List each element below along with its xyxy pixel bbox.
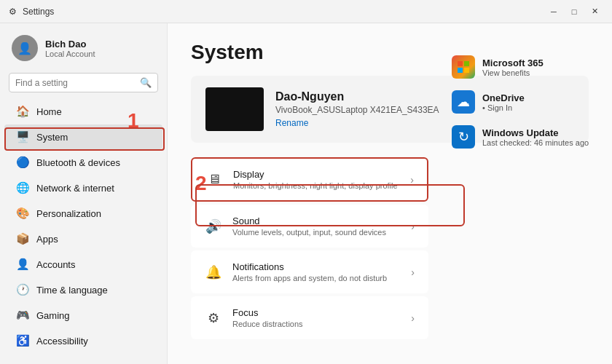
sound-desc: Volume levels, output, input, sound devi… xyxy=(232,228,401,237)
home-icon: 🏠 xyxy=(16,105,29,118)
onedrive-title: OneDrive xyxy=(482,92,525,103)
ms365-title: Microsoft 365 xyxy=(482,58,544,68)
focus-chevron: › xyxy=(411,312,415,324)
sound-icon: 🔊 xyxy=(205,218,222,235)
system-icon: 🖥️ xyxy=(16,130,29,143)
user-profile[interactable]: 👤 Bich Dao Local Account xyxy=(0,23,167,70)
winupdate-sub: Last checked: 46 minutes ago xyxy=(482,138,589,147)
main-content: System Dao-Nguyen VivoBook_ASUSLaptop X4… xyxy=(168,23,612,364)
step-1-label: 1 xyxy=(128,109,139,132)
winupdate-text: Windows Update Last checked: 46 minutes … xyxy=(482,127,589,147)
quick-link-ms365[interactable]: Microsoft 365 View benefits xyxy=(449,50,595,84)
svg-rect-3 xyxy=(464,68,469,73)
onedrive-sub: • Sign In xyxy=(482,103,525,112)
accounts-icon: 👤 xyxy=(16,258,29,271)
device-info: Dao-Nguyen VivoBook_ASUSLaptop X421EA_S4… xyxy=(275,90,439,129)
sidebar-item-accessibility[interactable]: ♿ Accessibility xyxy=(4,328,162,353)
focus-desc: Reduce distractions xyxy=(232,320,401,328)
notifications-item-text: Notifications Alerts from apps and syste… xyxy=(232,261,401,282)
device-thumbnail xyxy=(205,87,264,131)
ms365-text: Microsoft 365 View benefits xyxy=(482,58,544,77)
sidebar-item-network[interactable]: 🌐 Network & internet xyxy=(4,175,162,200)
bluetooth-icon: 🔵 xyxy=(16,156,29,169)
sound-title: Sound xyxy=(232,215,401,226)
network-icon: 🌐 xyxy=(16,181,29,194)
apps-icon: 📦 xyxy=(16,232,29,245)
time-icon: 🕐 xyxy=(16,283,29,296)
personalization-icon: 🎨 xyxy=(16,207,29,220)
gaming-icon: 🎮 xyxy=(16,309,29,322)
focus-title: Focus xyxy=(232,307,401,318)
search-icon: 🔍 xyxy=(140,77,152,88)
sidebar-item-bluetooth[interactable]: 🔵 Bluetooth & devices xyxy=(4,150,162,175)
display-chevron: › xyxy=(410,174,414,186)
display-desc: Monitors, brightness, night light, displ… xyxy=(233,181,400,190)
settings-icon: ⚙ xyxy=(9,7,17,17)
onedrive-text: OneDrive • Sign In xyxy=(482,92,525,112)
device-name: Dao-Nguyen xyxy=(275,90,439,103)
sidebar-item-personalization[interactable]: 🎨 Personalization xyxy=(4,201,162,226)
sidebar-nav: 🏠 Home 🖥️ System 🔵 Bluetooth & devices 🌐… xyxy=(0,98,167,354)
title-bar: ⚙ Settings ─ □ ✕ xyxy=(0,0,612,23)
sidebar-item-gaming-label: Gaming xyxy=(36,310,70,321)
notifications-title: Notifications xyxy=(232,261,401,272)
device-rename-link[interactable]: Rename xyxy=(275,118,308,128)
sidebar-item-apps-label: Apps xyxy=(36,234,58,245)
notifications-desc: Alerts from apps and system, do not dist… xyxy=(232,274,401,282)
svg-rect-2 xyxy=(458,68,463,73)
sidebar-item-home-label: Home xyxy=(36,106,62,117)
sidebar-item-time-label: Time & language xyxy=(36,285,108,296)
step-2-label: 2 xyxy=(195,172,207,195)
sound-chevron: › xyxy=(411,221,415,232)
focus-icon: ⚙ xyxy=(205,309,222,327)
winupdate-title: Windows Update xyxy=(482,127,589,138)
accessibility-icon: ♿ xyxy=(16,334,29,347)
settings-item-focus[interactable]: ⚙ Focus Reduce distractions › xyxy=(191,296,428,339)
settings-item-sound[interactable]: 🔊 Sound Volume levels, output, input, so… xyxy=(191,205,428,248)
title-bar-controls: ─ □ ✕ xyxy=(545,4,603,19)
sidebar-item-apps[interactable]: 📦 Apps xyxy=(4,226,162,251)
sidebar-item-personalization-label: Personalization xyxy=(36,208,101,219)
notifications-chevron: › xyxy=(411,266,415,278)
quick-link-onedrive[interactable]: ☁ OneDrive • Sign In xyxy=(449,84,595,119)
user-type: Local Account xyxy=(45,50,95,58)
user-info: Bich Dao Local Account xyxy=(45,39,95,58)
search-input[interactable] xyxy=(15,78,136,88)
notifications-icon: 🔔 xyxy=(205,264,222,281)
settings-list: 🖥 Display Monitors, brightness, night li… xyxy=(191,157,428,339)
winupdate-icon: ↻ xyxy=(452,125,475,149)
sound-item-text: Sound Volume levels, output, input, soun… xyxy=(232,215,401,237)
sidebar: 👤 Bich Dao Local Account 🔍 🏠 Home 🖥️ Sys… xyxy=(0,23,168,364)
maximize-button[interactable]: □ xyxy=(565,4,583,19)
sidebar-item-gaming[interactable]: 🎮 Gaming xyxy=(4,303,162,328)
sidebar-item-time[interactable]: 🕐 Time & language xyxy=(4,277,162,302)
sidebar-item-accounts[interactable]: 👤 Accounts xyxy=(4,252,162,277)
user-name: Bich Dao xyxy=(45,39,95,50)
onedrive-icon: ☁ xyxy=(452,90,475,114)
svg-rect-1 xyxy=(464,61,469,66)
focus-item-text: Focus Reduce distractions xyxy=(232,307,401,328)
settings-item-display[interactable]: 🖥 Display Monitors, brightness, night li… xyxy=(191,157,428,202)
ms365-icon xyxy=(452,55,475,79)
app-container: 👤 Bich Dao Local Account 🔍 🏠 Home 🖥️ Sys… xyxy=(0,23,612,364)
search-box[interactable]: 🔍 xyxy=(9,73,158,92)
quick-link-winupdate[interactable]: ↻ Windows Update Last checked: 46 minute… xyxy=(449,119,595,154)
display-item-text: Display Monitors, brightness, night ligh… xyxy=(233,169,400,190)
device-model: VivoBook_ASUSLaptop X421EA_S433EA xyxy=(275,105,439,115)
quick-links: Microsoft 365 View benefits ☁ OneDrive •… xyxy=(449,50,595,154)
ms365-sub: View benefits xyxy=(482,68,544,77)
minimize-button[interactable]: ─ xyxy=(545,4,562,19)
title-bar-title: Settings xyxy=(23,7,54,17)
svg-rect-0 xyxy=(458,61,463,66)
sidebar-item-network-label: Network & internet xyxy=(36,183,114,194)
avatar: 👤 xyxy=(12,35,38,61)
sidebar-item-accounts-label: Accounts xyxy=(36,259,75,270)
display-title: Display xyxy=(233,169,400,180)
display-icon: 🖥 xyxy=(205,171,223,189)
settings-item-notifications[interactable]: 🔔 Notifications Alerts from apps and sys… xyxy=(191,250,428,293)
sidebar-item-accessibility-label: Accessibility xyxy=(36,336,88,347)
sidebar-item-system-label: System xyxy=(36,132,68,143)
sidebar-item-bluetooth-label: Bluetooth & devices xyxy=(36,157,120,168)
close-button[interactable]: ✕ xyxy=(586,4,603,19)
